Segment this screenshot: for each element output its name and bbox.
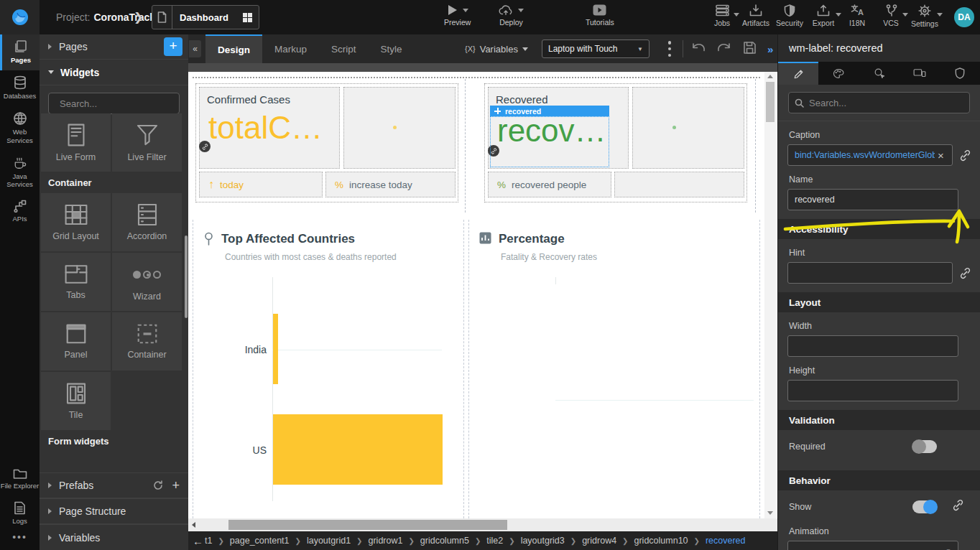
widget-accordion[interactable]: Accordion bbox=[112, 193, 182, 251]
page-tab-dashboard[interactable]: Dashboard bbox=[152, 5, 259, 29]
breadcrumb-item[interactable]: gridcolumn5 bbox=[420, 536, 469, 546]
breadcrumb-item[interactable]: tile2 bbox=[486, 536, 503, 546]
breadcrumb-item[interactable]: gridrow1 bbox=[368, 536, 402, 546]
confirmed-increase-cell[interactable]: % increase today bbox=[325, 172, 456, 197]
add-page-button[interactable]: + bbox=[164, 37, 182, 56]
widget-wizard[interactable]: Wizard bbox=[112, 253, 182, 311]
vertical-scroll-thumb[interactable] bbox=[766, 82, 775, 122]
card-top-affected-countries[interactable]: Top Affected Countries Countries with mo… bbox=[193, 220, 464, 518]
rail-item-logs[interactable]: Logs bbox=[0, 496, 40, 531]
hint-bind-icon[interactable] bbox=[959, 267, 971, 279]
selection-tag[interactable]: recovered bbox=[490, 106, 609, 116]
rail-item-java-services[interactable]: Java Services bbox=[0, 151, 40, 195]
name-input[interactable] bbox=[787, 189, 958, 210]
save-button[interactable] bbox=[743, 41, 757, 55]
export-menu[interactable]: Export bbox=[807, 4, 840, 28]
device-select[interactable]: Laptop with Touch ▼ bbox=[542, 39, 650, 58]
widget-panel[interactable]: Panel bbox=[41, 312, 111, 370]
recovered-empty-cell[interactable] bbox=[632, 87, 744, 169]
collapse-left-panel-button[interactable]: « bbox=[189, 40, 201, 57]
card-percentage[interactable]: Percentage Fatality & Recovery rates bbox=[468, 220, 760, 518]
confirmed-today-cell[interactable]: ↑ today bbox=[199, 172, 323, 197]
settings-menu[interactable]: Settings bbox=[908, 4, 941, 28]
rail-item-databases[interactable]: Databases bbox=[0, 70, 40, 106]
refresh-icon[interactable] bbox=[153, 480, 163, 490]
caption-bind-icon[interactable] bbox=[959, 149, 971, 162]
widget-panel-scrollbar[interactable] bbox=[185, 236, 188, 318]
rail-item-apis[interactable]: APIs bbox=[0, 195, 40, 229]
confirmed-cases-title[interactable]: Confirmed Cases bbox=[200, 88, 339, 106]
confirmed-label-cell[interactable]: Confirmed Cases totalC… bbox=[199, 87, 340, 169]
tab-script[interactable]: Script bbox=[319, 34, 369, 63]
animation-select[interactable]: ▼ bbox=[787, 541, 958, 550]
tile-recovered[interactable]: Recovered recovered recov… bbox=[484, 83, 747, 202]
deploy-button[interactable]: Deploy bbox=[499, 4, 524, 27]
bar-us[interactable] bbox=[273, 414, 443, 485]
user-avatar[interactable]: DA bbox=[954, 7, 974, 27]
project-chevron-icon[interactable]: ❯ bbox=[134, 10, 143, 24]
artifacts-menu[interactable]: Artifacts bbox=[739, 4, 772, 28]
variables-button[interactable]: {X} Variables bbox=[465, 34, 528, 63]
widget-container[interactable]: Container bbox=[112, 312, 182, 370]
more-options-icon[interactable] bbox=[665, 41, 675, 57]
tab-devices[interactable] bbox=[900, 62, 940, 85]
scroll-left-icon[interactable] bbox=[192, 522, 195, 528]
caption-input[interactable] bbox=[787, 144, 953, 166]
widget-tile[interactable]: Tile bbox=[41, 372, 111, 430]
bar-india[interactable] bbox=[273, 314, 278, 384]
canvas-horizontal-scrollbar[interactable] bbox=[188, 518, 777, 531]
breadcrumb-back-icon[interactable]: ← bbox=[193, 535, 203, 547]
tutorials-button[interactable]: Tutorials bbox=[586, 4, 614, 27]
tab-markup[interactable]: Markup bbox=[262, 34, 319, 63]
horizontal-scroll-thumb[interactable] bbox=[228, 520, 507, 530]
tab-security[interactable] bbox=[940, 62, 980, 85]
tab-styles[interactable] bbox=[818, 62, 859, 85]
widget-tabs[interactable]: Tabs bbox=[41, 253, 111, 311]
show-bind-icon[interactable] bbox=[952, 499, 964, 511]
vcs-menu[interactable]: VCS bbox=[874, 4, 907, 28]
recovered-title[interactable]: Recovered bbox=[489, 88, 628, 106]
widget-live-form[interactable]: Live Form bbox=[41, 113, 111, 172]
i18n-menu[interactable]: A I18N bbox=[841, 4, 874, 28]
scroll-down-icon[interactable] bbox=[767, 511, 773, 515]
breadcrumb-item[interactable]: t1 bbox=[205, 536, 212, 546]
wavemaker-logo[interactable] bbox=[0, 0, 40, 34]
widget-search-input[interactable] bbox=[60, 98, 186, 109]
rail-item-web-services[interactable]: Web Services bbox=[0, 106, 40, 151]
recovered-label-cell[interactable]: Recovered recovered recov… bbox=[488, 87, 629, 169]
tile-confirmed-cases[interactable]: Confirmed Cases totalC… ↑ today bbox=[195, 83, 458, 202]
layout-grid-icon[interactable] bbox=[243, 13, 252, 22]
security-menu[interactable]: Security bbox=[773, 4, 806, 28]
today-label[interactable]: today bbox=[220, 180, 244, 190]
rail-item-file-explorer[interactable]: File Explorer bbox=[0, 462, 40, 496]
pages-section-header[interactable]: Pages + bbox=[40, 34, 188, 60]
tab-interactions[interactable] bbox=[859, 62, 899, 85]
preview-button[interactable]: Preview bbox=[444, 4, 471, 27]
breadcrumb-item-active[interactable]: recovered bbox=[706, 536, 746, 546]
rail-more-icon[interactable]: ••• bbox=[0, 531, 40, 543]
rail-item-pages[interactable]: Pages bbox=[0, 34, 40, 70]
breadcrumb-item[interactable]: gridrow4 bbox=[582, 536, 616, 546]
tab-properties[interactable] bbox=[778, 62, 818, 85]
hint-input[interactable] bbox=[787, 262, 953, 284]
properties-search-input[interactable] bbox=[809, 98, 963, 108]
widgets-section-header[interactable]: Widgets bbox=[40, 60, 188, 85]
recovered-footer-empty-cell[interactable] bbox=[614, 172, 744, 197]
tab-style[interactable]: Style bbox=[369, 34, 415, 63]
width-input[interactable] bbox=[787, 335, 958, 357]
show-toggle[interactable] bbox=[912, 500, 937, 513]
collapse-right-panel-button[interactable]: » bbox=[767, 43, 773, 55]
undo-button[interactable] bbox=[691, 42, 706, 55]
confirmed-empty-cell[interactable] bbox=[343, 87, 456, 169]
redo-button[interactable] bbox=[717, 42, 731, 55]
height-input[interactable] bbox=[787, 380, 958, 401]
clear-binding-icon[interactable]: × bbox=[938, 149, 944, 162]
recovered-people-cell[interactable]: % recovered people bbox=[488, 172, 611, 197]
widget-grid-layout[interactable]: Grid Layout bbox=[41, 193, 111, 251]
total-cases-label[interactable]: totalC… bbox=[200, 110, 339, 146]
scroll-up-icon[interactable] bbox=[767, 75, 773, 78]
increase-today-label[interactable]: increase today bbox=[349, 180, 412, 190]
jobs-menu[interactable]: Jobs bbox=[706, 4, 739, 28]
required-toggle[interactable] bbox=[912, 440, 937, 453]
breadcrumb-item[interactable]: gridcolumn10 bbox=[634, 536, 688, 546]
